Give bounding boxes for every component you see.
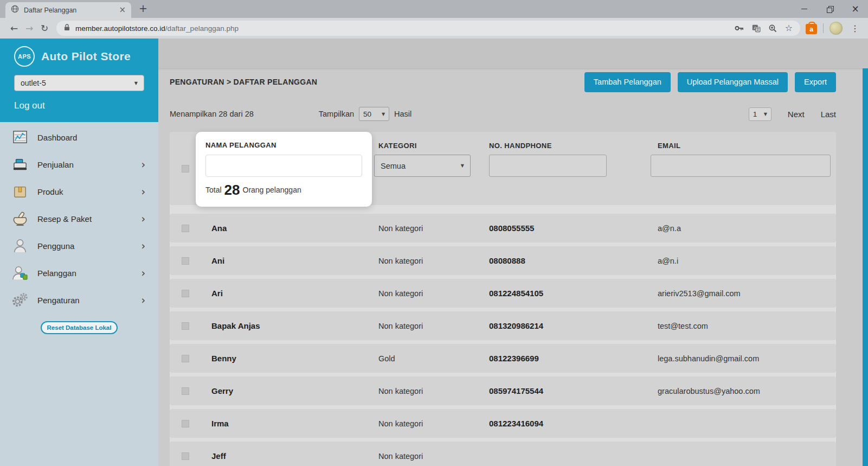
page-number-select[interactable]: 1 ▼: [749, 107, 771, 121]
customer-table: KATEGORI Semua ▼ NO. HANDPHONE EMAIL: [170, 132, 836, 466]
cell-category: Non kategori: [378, 419, 489, 428]
row-checkbox[interactable]: [182, 387, 189, 395]
chevron-right-icon: ›: [141, 187, 145, 197]
column-header-handphone: NO. HANDPHONE: [489, 142, 658, 150]
sidebar-item-label: Produk: [37, 187, 63, 196]
table-row: AriNon kategori081224854105arieriv2513@g…: [170, 279, 836, 308]
cell-email: test@test.com: [658, 322, 836, 330]
sidebar-item-produk[interactable]: Produk›: [0, 178, 158, 205]
address-bar[interactable]: member.autopilotstore.co.id/daftar_pelan…: [56, 21, 800, 36]
next-page-link[interactable]: Next: [788, 110, 805, 119]
profile-avatar[interactable]: [830, 22, 843, 35]
cell-checkbox: [170, 257, 211, 265]
brand-name: Auto Pilot Store: [41, 50, 131, 63]
restore-button[interactable]: [817, 0, 843, 18]
zoom-in-icon[interactable]: [769, 24, 777, 33]
chevron-right-icon: ›: [141, 268, 145, 278]
export-button[interactable]: Export: [795, 72, 836, 92]
sidebar-item-label: Penjualan: [37, 160, 74, 169]
row-checkbox[interactable]: [182, 420, 189, 427]
cell-name: Irma: [211, 419, 378, 428]
row-checkbox[interactable]: [182, 452, 189, 460]
row-checkbox[interactable]: [182, 290, 189, 297]
last-page-link[interactable]: Last: [821, 110, 836, 119]
cell-phone: 081224854105: [489, 289, 658, 298]
cell-name: Bapak Anjas: [211, 321, 378, 330]
cell-name: Benny: [211, 354, 378, 363]
sidebar-item-penjualan[interactable]: Penjualan›: [0, 151, 158, 178]
column-header-kategori: KATEGORI: [378, 142, 489, 150]
chevron-right-icon: ›: [141, 214, 145, 224]
mortar-pestle-icon: [12, 210, 28, 227]
chevron-right-icon: ›: [141, 159, 145, 170]
chevron-right-icon: ›: [141, 295, 145, 305]
cell-email: lega.subhanudin@gmail.com: [658, 354, 836, 363]
cell-phone: 08122396699: [489, 354, 658, 363]
browser-toolbar: ← → ↻ member.autopilotstore.co.id/daftar…: [0, 18, 868, 39]
row-checkbox[interactable]: [182, 322, 189, 330]
row-checkbox[interactable]: [182, 355, 189, 362]
tab-close-icon[interactable]: ×: [119, 6, 126, 14]
breadcrumb: PENGATURAN > DAFTAR PELANGGAN: [170, 78, 577, 86]
email-filter-input[interactable]: [651, 155, 831, 177]
cell-checkbox: [170, 420, 211, 427]
handphone-filter-input[interactable]: [489, 155, 607, 177]
forward-button[interactable]: →: [22, 23, 37, 34]
password-key-icon[interactable]: [735, 25, 744, 31]
page-size-select[interactable]: 50 ▼: [359, 107, 389, 121]
customer-bag-icon: [12, 265, 28, 281]
reset-database-button[interactable]: Reset Database Lokal: [41, 321, 118, 334]
svg-text:文: 文: [756, 27, 760, 31]
toolbar-extensions: a ⋮: [806, 22, 861, 35]
cell-name: Ani: [211, 256, 378, 265]
back-button[interactable]: ←: [7, 23, 22, 34]
browser-tabstrip: Daftar Pelanggan × + ×: [0, 0, 868, 18]
cell-phone: 08080888: [489, 256, 658, 265]
shopping-extension-icon[interactable]: a: [806, 24, 817, 34]
total-customers-text: Total 28 Orang pelanggan: [205, 183, 362, 197]
sidebar-item-pengguna[interactable]: Pengguna›: [0, 232, 158, 259]
sidebar-item-dashboard[interactable]: Dashboard: [0, 124, 158, 151]
cell-checkbox: [170, 290, 211, 297]
cell-category: Gold: [378, 354, 489, 363]
main-area: PENGATURAN > DAFTAR PELANGGAN Tambah Pel…: [158, 39, 868, 466]
lock-icon[interactable]: [64, 23, 70, 33]
close-button[interactable]: ×: [843, 0, 868, 18]
translate-icon[interactable]: A文: [752, 24, 761, 33]
select-all-checkbox[interactable]: [182, 165, 189, 173]
sidebar-item-label: Pengaturan: [37, 296, 80, 305]
table-row: JeffNon kategori: [170, 442, 836, 466]
upload-pelanggan-massal-button[interactable]: Upload Pelanggan Massal: [678, 72, 788, 92]
reload-button[interactable]: ↻: [37, 23, 52, 34]
sidebar-header: APS Auto Pilot Store outlet-5 ▼ Log out: [0, 39, 158, 122]
cell-checkbox: [170, 452, 211, 460]
cell-checkbox: [170, 225, 211, 232]
bookmark-star-icon[interactable]: ☆: [785, 24, 793, 33]
globe-favicon-icon: [11, 5, 19, 15]
cell-phone: 081320986214: [489, 321, 658, 330]
caret-down-icon: ▼: [461, 163, 464, 168]
cell-category: Non kategori: [378, 224, 489, 233]
minimize-button[interactable]: [792, 0, 817, 18]
browser-menu-icon[interactable]: ⋮: [848, 23, 861, 34]
nama-filter-input[interactable]: [205, 155, 362, 177]
cell-category: Non kategori: [378, 289, 489, 298]
sidebar-item-pengaturan[interactable]: Pengaturan›: [0, 286, 158, 314]
table-row: Bapak AnjasNon kategori081320986214test@…: [170, 311, 836, 340]
cell-name: Ari: [211, 289, 378, 298]
cell-checkbox: [170, 322, 211, 330]
chevron-right-icon: ›: [141, 241, 145, 251]
kategori-filter-select[interactable]: Semua ▼: [374, 155, 471, 177]
row-checkbox[interactable]: [182, 225, 189, 232]
logout-link[interactable]: Log out: [14, 100, 144, 111]
row-checkbox[interactable]: [182, 257, 189, 265]
sidebar-item-pelanggan[interactable]: Pelanggan›: [0, 259, 158, 286]
new-tab-button[interactable]: +: [139, 2, 147, 14]
browser-tab[interactable]: Daftar Pelanggan ×: [5, 2, 131, 18]
caret-down-icon: ▼: [134, 81, 138, 86]
sidebar-item-resep-paket[interactable]: Resep & Paket›: [0, 205, 158, 232]
caret-down-icon: ▼: [382, 112, 385, 117]
tambah-pelanggan-button[interactable]: Tambah Pelanggan: [584, 72, 671, 92]
outlet-select[interactable]: outlet-5 ▼: [14, 75, 144, 91]
table-row: AnaNon kategori0808055555a@n.a: [170, 214, 836, 242]
